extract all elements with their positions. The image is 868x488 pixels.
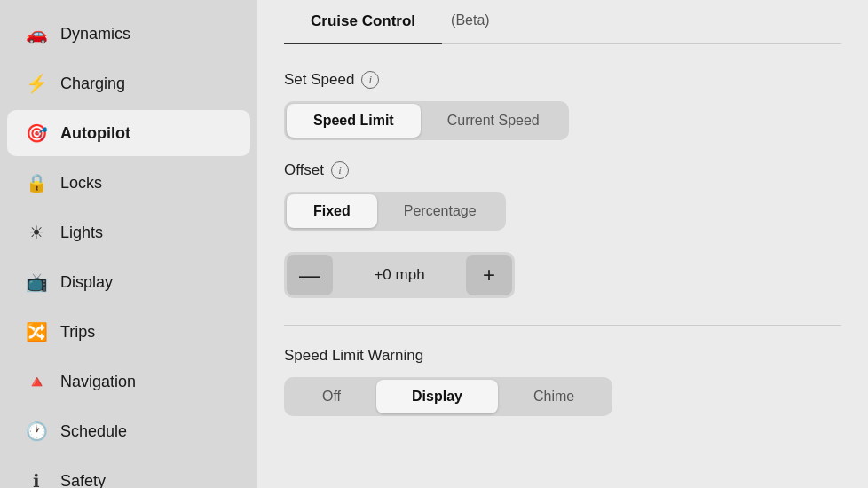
offset-info-icon[interactable]: i (331, 161, 349, 179)
sidebar-item-navigation[interactable]: 🔺 Navigation (7, 358, 250, 405)
dynamics-icon: 🚗 (25, 23, 48, 44)
locks-icon: 🔒 (25, 172, 48, 193)
sidebar-item-label: Lights (60, 224, 103, 242)
sidebar-item-label: Locks (60, 174, 102, 193)
set-speed-info-icon[interactable]: i (361, 71, 379, 89)
speed-limit-button[interactable]: Speed Limit (287, 104, 421, 138)
schedule-icon: 🕐 (25, 421, 48, 442)
stepper-value: +0 mph (333, 266, 466, 284)
percentage-button[interactable]: Percentage (377, 194, 503, 228)
top-tab-bar: Cruise Control (Beta) (284, 0, 841, 44)
sidebar-item-schedule[interactable]: 🕐 Schedule (7, 408, 250, 454)
current-speed-button[interactable]: Current Speed (421, 104, 566, 138)
charging-icon: ⚡ (25, 73, 48, 94)
sidebar-item-label: Display (60, 273, 113, 292)
main-content: Cruise Control (Beta) Set Speed i Speed … (257, 0, 868, 488)
sidebar-item-label: Dynamics (60, 25, 130, 43)
sidebar-item-label: Safety (60, 472, 106, 489)
sidebar: 🚗 Dynamics ⚡ Charging 🎯 Autopilot 🔒 Lock… (0, 0, 257, 488)
lights-icon: ☀ (25, 222, 48, 243)
sidebar-item-safety[interactable]: ℹ Safety (7, 458, 250, 488)
warning-display-button[interactable]: Display (376, 380, 498, 413)
warning-off-button[interactable]: Off (287, 380, 376, 413)
warning-chime-button[interactable]: Chime (498, 380, 610, 413)
offset-stepper: — +0 mph + (284, 252, 515, 298)
stepper-minus-button[interactable]: — (287, 255, 333, 295)
sidebar-item-dynamics[interactable]: 🚗 Dynamics (7, 11, 250, 57)
tab-cruise-control[interactable]: Cruise Control (284, 0, 442, 44)
sidebar-item-label: Navigation (60, 373, 136, 391)
autopilot-icon: 🎯 (25, 122, 48, 144)
sidebar-item-display[interactable]: 📺 Display (7, 259, 250, 305)
offset-toggle-group: Fixed Percentage (284, 192, 506, 231)
stepper-plus-button[interactable]: + (466, 255, 512, 295)
sidebar-item-label: Autopilot (60, 124, 130, 143)
trips-icon: 🔀 (25, 321, 48, 342)
sidebar-item-label: Charging (60, 75, 125, 93)
navigation-icon: 🔺 (25, 371, 48, 392)
sidebar-item-label: Trips (60, 323, 95, 342)
speed-limit-warning-label: Speed Limit Warning (284, 347, 841, 365)
fixed-button[interactable]: Fixed (287, 194, 377, 228)
sidebar-item-lights[interactable]: ☀ Lights (7, 209, 250, 256)
tab-beta: (Beta) (442, 0, 508, 43)
sidebar-item-label: Schedule (60, 422, 127, 441)
sidebar-item-trips[interactable]: 🔀 Trips (7, 309, 250, 355)
sidebar-item-locks[interactable]: 🔒 Locks (7, 160, 250, 206)
display-icon: 📺 (25, 272, 48, 293)
section-divider (284, 325, 841, 326)
sidebar-item-charging[interactable]: ⚡ Charging (7, 60, 250, 106)
offset-label: Offset i (284, 161, 841, 179)
safety-icon: ℹ (25, 470, 48, 488)
speed-limit-warning-toggle-group: Off Display Chime (284, 377, 612, 416)
sidebar-item-autopilot[interactable]: 🎯 Autopilot (7, 110, 250, 156)
set-speed-toggle-group: Speed Limit Current Speed (284, 101, 569, 140)
set-speed-label: Set Speed i (284, 71, 841, 89)
